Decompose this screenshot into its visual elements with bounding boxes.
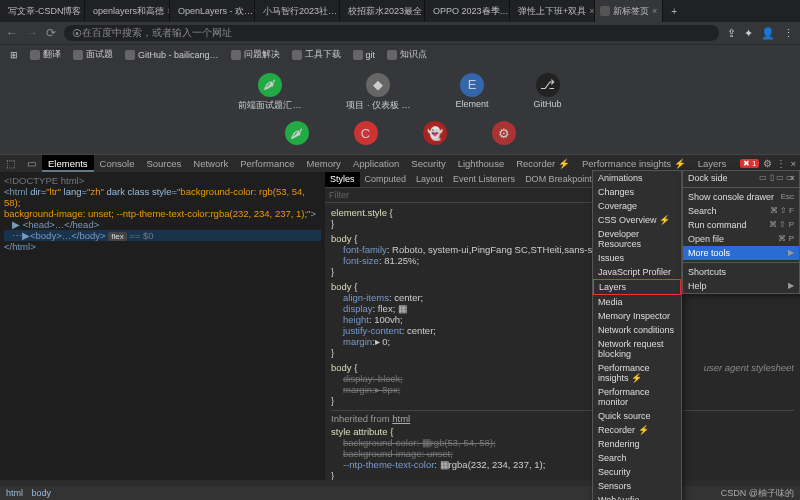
profile-icon[interactable]: 👤 <box>761 27 775 40</box>
menu-item[interactable]: Performance monitor <box>593 385 681 409</box>
bookmark-icon <box>73 50 83 60</box>
shortcut-label: GitHub <box>534 99 562 109</box>
flex-badge[interactable]: flex <box>108 232 126 241</box>
bookmark-item[interactable]: 翻译 <box>26 48 65 61</box>
bookmark-item[interactable]: git <box>349 50 380 60</box>
styles-subtab[interactable]: Styles <box>325 172 360 187</box>
share-icon[interactable]: ⇪ <box>727 27 736 40</box>
menu-item[interactable]: CSS Overview ⚡ <box>593 213 681 227</box>
error-badge[interactable]: ✖ 1 <box>740 159 760 168</box>
shortcut-label: 前端面试题汇… <box>238 99 301 112</box>
devtools-tab[interactable]: Memory <box>301 155 347 172</box>
apps-icon[interactable]: ⊞ <box>6 50 22 60</box>
shortcut-label: Element <box>455 99 488 109</box>
bookmark-icon <box>353 50 363 60</box>
menu-item[interactable]: Rendering <box>593 437 681 451</box>
menu-icon[interactable]: ⋮ <box>783 27 794 40</box>
menu-item[interactable]: Developer Resources <box>593 227 681 251</box>
shortcut-tile[interactable]: 🌶前端面试题汇… <box>238 73 301 112</box>
devtools-tab[interactable]: Elements <box>42 155 94 172</box>
devtools-tab[interactable]: Sources <box>140 155 187 172</box>
dock-side-row[interactable]: Dock side▭ ▯ ▭ ▭ <box>683 171 799 185</box>
inherited-link[interactable]: html <box>392 413 410 424</box>
menu-item[interactable]: Issues <box>593 251 681 265</box>
shortcut-tile[interactable]: ⚙ <box>492 121 516 145</box>
kebab-icon[interactable]: ⋮ <box>776 158 786 169</box>
dom-tree[interactable]: <!DOCTYPE html> <html dir="ltr" lang="zh… <box>0 172 325 480</box>
devtools-tab[interactable]: Application <box>347 155 405 172</box>
menu-item[interactable]: More tools▶ <box>683 246 799 260</box>
devtools-tab[interactable]: Recorder ⚡ <box>510 155 576 172</box>
browser-tab[interactable]: 写文章-CSDN博客× <box>0 0 85 22</box>
menu-item[interactable]: Search <box>593 451 681 465</box>
devtools-tab[interactable]: Security <box>405 155 451 172</box>
menu-item[interactable]: Performance insights ⚡ <box>593 361 681 385</box>
menu-item[interactable]: Shortcuts <box>683 265 799 279</box>
close-icon[interactable]: × <box>790 173 795 183</box>
device-icon[interactable]: ▭ <box>21 155 42 172</box>
devtools-tab[interactable]: Performance <box>234 155 300 172</box>
shortcut-tile[interactable]: 👻 <box>423 121 447 145</box>
bookmark-item[interactable]: 工具下载 <box>288 48 345 61</box>
menu-item[interactable]: Layers <box>593 279 681 295</box>
menu-item[interactable]: Animations <box>593 171 681 185</box>
shortcut-tile[interactable]: ⎇GitHub <box>534 73 562 112</box>
extensions-icon[interactable]: ✦ <box>744 27 753 40</box>
menu-item[interactable]: Show console drawerEsc <box>683 190 799 204</box>
bookmark-item[interactable]: 问题解决 <box>227 48 284 61</box>
tab-label: 小马智行2023社… <box>263 5 337 18</box>
watermark: CSDN @柚子味的 <box>721 487 794 500</box>
browser-tab[interactable]: 新标签页× <box>595 0 663 22</box>
styles-subtab[interactable]: Event Listeners <box>448 172 520 187</box>
devtools-tab[interactable]: Network <box>187 155 234 172</box>
gear-icon[interactable]: ⚙ <box>763 158 772 169</box>
body-node[interactable]: ⋯▶<body>…</body> <box>12 230 106 241</box>
tab-label: OPPO 2023春季… <box>433 5 509 18</box>
menu-item[interactable]: Memory Inspector <box>593 309 681 323</box>
menu-item[interactable]: Security <box>593 465 681 479</box>
menu-item[interactable]: Sensors <box>593 479 681 493</box>
shortcut-tile[interactable]: C <box>354 121 378 145</box>
reload-icon[interactable]: ⟳ <box>46 26 56 40</box>
url-input[interactable]: ⦿ 在百度中搜索，或者输入一个网址 <box>64 25 719 41</box>
close-icon[interactable]: × <box>589 6 594 16</box>
styles-subtab[interactable]: DOM Breakpoints <box>520 172 601 187</box>
styles-subtab[interactable]: Computed <box>360 172 412 187</box>
menu-item[interactable]: Coverage <box>593 199 681 213</box>
close-icon[interactable]: × <box>652 6 657 16</box>
shortcut-tile[interactable]: ◆项目 · 仪表板 … <box>346 73 410 112</box>
shortcut-tile[interactable]: 🌶 <box>285 121 309 145</box>
new-tab-button[interactable]: + <box>663 6 685 17</box>
menu-item[interactable]: Recorder ⚡ <box>593 423 681 437</box>
menu-item[interactable]: Network request blocking <box>593 337 681 361</box>
bookmark-item[interactable]: GitHub - bailicang… <box>121 50 223 60</box>
menu-item[interactable]: Quick source <box>593 409 681 423</box>
menu-item[interactable]: Network conditions <box>593 323 681 337</box>
inspect-icon[interactable]: ⬚ <box>0 155 21 172</box>
breadcrumb[interactable]: html body <box>6 488 57 498</box>
menu-item[interactable]: WebAudio <box>593 493 681 500</box>
devtools-tab[interactable]: Lighthouse <box>452 155 510 172</box>
bookmark-item[interactable]: 知识点 <box>383 48 431 61</box>
browser-tab[interactable]: openlayers和高德× <box>85 0 170 22</box>
browser-tab[interactable]: 校招薪水2023最全× <box>340 0 425 22</box>
menu-item[interactable]: Help▶ <box>683 279 799 293</box>
back-icon[interactable]: ← <box>6 26 18 40</box>
shortcut-tile[interactable]: EElement <box>455 73 488 112</box>
browser-tab[interactable]: OPPO 2023春季…× <box>425 0 510 22</box>
close-icon[interactable]: × <box>790 158 796 169</box>
menu-item[interactable]: Changes <box>593 185 681 199</box>
menu-item[interactable]: Open file⌘ P <box>683 232 799 246</box>
menu-item[interactable]: Search⌘ ⇧ F <box>683 204 799 218</box>
browser-tab[interactable]: 小马智行2023社…× <box>255 0 340 22</box>
bookmark-item[interactable]: 面试题 <box>69 48 117 61</box>
devtools-tab[interactable]: Console <box>94 155 141 172</box>
head-node[interactable]: ▶ <head>…</head> <box>12 219 99 230</box>
menu-item[interactable]: JavaScript Profiler <box>593 265 681 279</box>
menu-item[interactable]: Media <box>593 295 681 309</box>
browser-tab[interactable]: 弹性上下班+双具× <box>510 0 595 22</box>
menu-item[interactable]: Run command⌘ ⇧ P <box>683 218 799 232</box>
browser-tab[interactable]: OpenLayers - 欢…× <box>170 0 255 22</box>
shortcut-icon: ⚙ <box>492 121 516 145</box>
styles-subtab[interactable]: Layout <box>411 172 448 187</box>
